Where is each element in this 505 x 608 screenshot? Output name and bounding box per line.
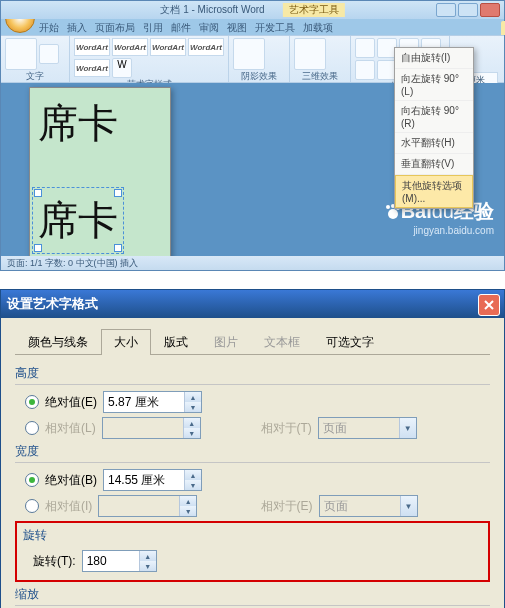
spin-width-rel: ▲▼ [98, 495, 197, 517]
radio-height-rel[interactable] [25, 421, 39, 435]
label-rotation: 旋转(T): [33, 553, 76, 570]
tab-colors-lines[interactable]: 颜色与线条 [15, 329, 101, 355]
label-rel-to-t: 相对于(T) [261, 420, 312, 437]
group-text-label: 文字 [5, 70, 65, 83]
section-scale: 缩放 [15, 586, 490, 606]
menu-flip-v[interactable]: 垂直翻转(V) [395, 154, 473, 175]
radio-height-abs[interactable] [25, 395, 39, 409]
group-3d-label: 三维效果 [294, 70, 346, 83]
spin-down-icon: ▼ [180, 506, 196, 516]
contextual-tools-title: 艺术字工具 [283, 3, 345, 17]
wordart-object-2-selected[interactable]: 席卡 [38, 193, 118, 248]
dialog-close-button[interactable] [478, 294, 500, 316]
radio-width-abs[interactable] [25, 473, 39, 487]
radio-width-rel[interactable] [25, 499, 39, 513]
tab-review[interactable]: 审阅 [199, 21, 219, 35]
combo-rel-to-height: 页面▼ [318, 417, 417, 439]
input-height-abs[interactable] [104, 392, 184, 412]
rotation-highlight-box: 旋转 旋转(T): ▲▼ [15, 521, 490, 582]
tab-layout[interactable]: 版式 [151, 329, 201, 355]
input-height-rel [103, 418, 183, 438]
label-width-rel: 相对值(I) [45, 498, 92, 515]
menu-rotate-right[interactable]: 向右旋转 90°(R) [395, 101, 473, 133]
wordart-style-3[interactable]: WordArt [150, 38, 186, 56]
tab-home[interactable]: 开始 [39, 21, 59, 35]
spacing-button[interactable] [39, 44, 59, 64]
spin-down-icon[interactable]: ▼ [185, 480, 201, 490]
spin-up-icon: ▲ [184, 418, 200, 428]
chevron-down-icon: ▼ [400, 496, 417, 516]
status-bar: 页面: 1/1 字数: 0 中文(中国) 插入 [1, 256, 504, 270]
format-wordart-dialog: 设置艺术字格式 颜色与线条 大小 版式 图片 文本框 可选文字 高度 绝对值(E… [0, 289, 505, 608]
tab-format[interactable]: 格式 [501, 21, 505, 35]
menu-flip-h[interactable]: 水平翻转(H) [395, 133, 473, 154]
menu-free-rotate[interactable]: 自由旋转(I) [395, 48, 473, 69]
input-width-rel [99, 496, 179, 516]
menu-rotate-left[interactable]: 向左旋转 90°(L) [395, 69, 473, 101]
tab-layout[interactable]: 页面布局 [95, 21, 135, 35]
spin-up-icon[interactable]: ▲ [185, 470, 201, 480]
document-title: 文档 1 - Microsoft Word [160, 3, 264, 17]
spin-up-icon[interactable]: ▲ [185, 392, 201, 402]
label-height-abs: 绝对值(E) [45, 394, 97, 411]
menu-more-rotation[interactable]: 其他旋转选项(M)... [395, 175, 473, 208]
wordart-style-4[interactable]: WordArt [188, 38, 224, 56]
tab-view[interactable]: 视图 [227, 21, 247, 35]
dialog-title-bar[interactable]: 设置艺术字格式 [1, 290, 504, 318]
threed-button[interactable] [294, 38, 326, 70]
combo-rel-to-width: 页面▼ [319, 495, 418, 517]
word-app-window: 文档 1 - Microsoft Word 艺术字工具 开始 插入 页面布局 引… [0, 0, 505, 271]
spin-down-icon: ▼ [184, 428, 200, 438]
combo-rel-width-val: 页面 [320, 496, 400, 516]
label-width-abs: 绝对值(B) [45, 472, 97, 489]
spin-height-abs[interactable]: ▲▼ [103, 391, 202, 413]
spin-up-icon: ▲ [180, 496, 196, 506]
spin-down-icon[interactable]: ▼ [140, 561, 156, 571]
tab-size[interactable]: 大小 [101, 329, 151, 355]
tab-mailings[interactable]: 邮件 [171, 21, 191, 35]
resize-handle-ne[interactable] [114, 189, 122, 197]
ribbon-tabs: 开始 插入 页面布局 引用 邮件 审阅 视图 开发工具 加载项 格式 [39, 21, 373, 35]
input-rotation[interactable] [83, 551, 139, 571]
maximize-button[interactable] [458, 3, 478, 17]
close-button[interactable] [480, 3, 500, 17]
position-button[interactable] [355, 38, 375, 58]
spin-rotation[interactable]: ▲▼ [82, 550, 157, 572]
label-rel-to-e: 相对于(E) [261, 498, 313, 515]
title-bar: 文档 1 - Microsoft Word 艺术字工具 [1, 1, 504, 19]
minimize-button[interactable] [436, 3, 456, 17]
close-icon [484, 300, 494, 310]
input-width-abs[interactable] [104, 470, 184, 490]
dialog-body: 颜色与线条 大小 版式 图片 文本框 可选文字 高度 绝对值(E) ▲▼ 相对值… [1, 318, 504, 608]
dialog-tabs: 颜色与线条 大小 版式 图片 文本框 可选文字 [15, 328, 490, 355]
tab-references[interactable]: 引用 [143, 21, 163, 35]
label-height-rel: 相对值(L) [45, 420, 96, 437]
spin-up-icon[interactable]: ▲ [140, 551, 156, 561]
align-button[interactable] [355, 60, 375, 80]
tab-alttext[interactable]: 可选文字 [313, 329, 387, 355]
tab-picture: 图片 [201, 329, 251, 355]
section-width: 宽度 [15, 443, 490, 463]
wordart-style-2[interactable]: WordArt [112, 38, 148, 56]
page: 席卡 席卡 [29, 87, 171, 259]
resize-handle-nw[interactable] [34, 189, 42, 197]
tab-insert[interactable]: 插入 [67, 21, 87, 35]
spin-width-abs[interactable]: ▲▼ [103, 469, 202, 491]
rotate-dropdown-menu: 自由旋转(I) 向左旋转 90°(L) 向右旋转 90°(R) 水平翻转(H) … [394, 47, 474, 209]
wordart-object-1[interactable]: 席卡 [38, 96, 118, 151]
group-shadow-label: 阴影效果 [233, 70, 285, 83]
selection-frame [32, 187, 124, 254]
dialog-title: 设置艺术字格式 [7, 295, 98, 313]
edit-text-button[interactable] [5, 38, 37, 70]
section-height: 高度 [15, 365, 490, 385]
spin-down-icon[interactable]: ▼ [185, 402, 201, 412]
resize-handle-sw[interactable] [34, 244, 42, 252]
wm-url: jingyan.baidu.com [385, 225, 494, 236]
wordart-style-1[interactable]: WordArt [74, 38, 110, 56]
wordart-style-5[interactable]: WordArt [74, 59, 110, 77]
wordart-more-icon[interactable]: W [112, 58, 132, 78]
tab-addins[interactable]: 加载项 [303, 21, 333, 35]
shadow-button[interactable] [233, 38, 265, 70]
tab-developer[interactable]: 开发工具 [255, 21, 295, 35]
resize-handle-se[interactable] [114, 244, 122, 252]
